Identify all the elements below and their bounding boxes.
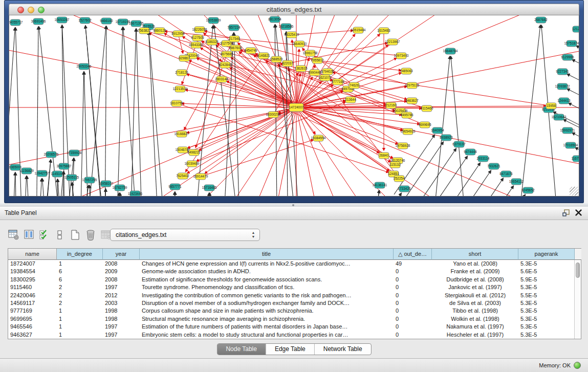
graph-node[interactable]: 9146821 [257,53,270,59]
reference-edge[interactable] [85,26,120,196]
table-row[interactable]: 911546021997Tourette syndrome. Phenomeno… [8,283,574,291]
memory-ok-indicator[interactable] [574,362,581,369]
graph-node[interactable]: 15751874 [564,40,579,47]
reference-edge[interactable] [120,193,125,196]
graph-node[interactable]: 8813054 [268,16,281,23]
graph-node[interactable]: 7857224 [227,25,241,31]
graph-node[interactable]: 12093872 [555,83,570,90]
table-row[interactable]: 1830029562008Estimation of significance … [8,276,574,283]
tab-network-table[interactable]: Network Table [314,344,371,355]
graph-node[interactable]: 19756928 [396,143,410,149]
graph-node[interactable]: 6379197 [452,141,466,147]
reference-edge[interactable] [450,170,491,196]
reference-edge[interactable] [569,103,579,129]
graph-node[interactable]: 16958107 [99,181,114,187]
divider-drag-handle[interactable] [292,204,294,206]
graph-node[interactable]: 17957255 [82,177,97,183]
graph-node[interactable]: 16961758 [303,50,318,56]
show-columns-button[interactable] [23,228,35,242]
reference-edge[interactable] [205,193,209,196]
reference-edge[interactable] [369,190,379,196]
reference-edge[interactable] [77,185,89,196]
reference-edge[interactable] [440,163,480,196]
reference-edge[interactable] [40,160,51,196]
graph-node[interactable]: 10719195 [116,19,130,25]
graph-node[interactable]: 929867 [179,55,190,61]
graph-node[interactable]: 9227341 [556,69,569,75]
graph-node[interactable]: 252254 [394,176,405,182]
graph-node[interactable]: 9860128 [153,28,166,34]
citation-edge[interactable] [296,107,446,196]
graph-node[interactable]: 8912954 [171,31,185,37]
graph-node[interactable]: 19654923 [401,128,416,135]
graph-node[interactable]: 16914479 [193,173,208,180]
tab-edge-table[interactable]: Edge Table [266,344,314,355]
reference-edge[interactable] [9,28,15,196]
citation-edge[interactable] [187,107,296,133]
table-row[interactable]: 1456911722003Disruption of a novel membe… [8,299,574,307]
graph-node[interactable]: 9495786 [400,112,413,118]
graph-node[interactable]: 16210643 [552,114,567,120]
graph-node[interactable]: 8990448 [308,70,321,76]
table-row[interactable]: 977716911998Corpus callosum shape and si… [8,307,574,315]
column-header-out_de[interactable]: △ out_de… [394,249,432,260]
graph-node[interactable]: 16640910 [292,41,307,47]
graph-node[interactable]: 5498222 [187,149,201,156]
graph-node[interactable]: 217546 [229,36,240,42]
graph-node[interactable]: 212160 [385,102,397,108]
reference-edge[interactable] [22,176,27,196]
graph-node[interactable]: 822037 [282,60,293,67]
graph-node[interactable]: 9115460 [421,105,433,112]
graph-node[interactable]: 1588520 [270,56,283,62]
graph-node[interactable]: 1362615 [294,65,308,72]
reference-edge[interactable] [234,33,244,196]
graph-node[interactable]: 12213519 [173,86,188,92]
clear-selection-button[interactable] [53,228,66,242]
vertical-scrollbar[interactable] [574,260,581,339]
graph-node[interactable]: 1167533 [572,156,579,162]
graph-node[interactable]: 12975115 [405,82,420,89]
graph-node[interactable]: 16782759 [113,185,127,191]
citation-network-graph[interactable]: 1472400724055717306914061065328715276029… [9,15,579,196]
graph-node[interactable]: 9129966 [561,54,574,60]
reference-edge[interactable] [463,178,503,196]
citation-edge[interactable] [296,107,579,196]
graph-node[interactable]: 6794028 [321,69,334,75]
graph-node[interactable]: 7625402 [176,173,189,179]
window-titlebar[interactable]: citations_edges.txt [9,4,579,15]
reference-edge[interactable] [175,192,177,196]
graph-node[interactable]: 17359928 [67,150,82,156]
graph-node[interactable]: 14724007 [289,103,304,112]
reference-edge[interactable] [12,172,15,196]
graph-node[interactable]: 10654112 [509,179,524,185]
reference-edge[interactable] [27,176,32,196]
graph-node[interactable]: 15958 [546,103,556,109]
graph-node[interactable]: 115132 [389,162,401,168]
graph-node[interactable]: 8938923 [440,135,453,141]
scrollbar-thumb[interactable] [576,262,580,278]
graph-node[interactable]: 19384554 [311,135,326,141]
graph-node[interactable]: 8186328 [205,39,219,45]
graph-node[interactable]: 7932621 [487,163,500,169]
graph-node[interactable]: 74626 [349,82,359,89]
reference-edge[interactable] [126,29,136,196]
graph-node[interactable]: 3675685 [220,51,233,57]
graph-node[interactable]: 19166827 [175,131,189,137]
graph-node[interactable]: 2867608 [229,45,242,51]
graph-node[interactable]: 12505115 [64,174,79,181]
reference-edge[interactable] [286,32,289,196]
graph-node[interactable]: 16053809 [206,17,221,24]
graph-node[interactable]: 16039489 [185,161,200,167]
graph-node[interactable]: 1527602 [78,17,92,24]
citation-edge[interactable] [189,60,296,107]
graph-node[interactable]: 9474444 [464,149,477,155]
graph-node[interactable]: 11156829 [19,168,34,174]
reference-edge[interactable] [148,32,166,196]
table-row[interactable]: 946362711997Embryonic stem cells: a mode… [8,331,574,339]
graph-node[interactable]: 15716485 [202,185,217,191]
graph-node[interactable]: 9242844 [219,62,232,68]
reference-edge[interactable] [416,148,456,196]
citation-edge[interactable] [296,107,579,196]
graph-node[interactable]: 1244413 [557,98,571,104]
graph-node[interactable]: 2687682 [534,17,548,23]
